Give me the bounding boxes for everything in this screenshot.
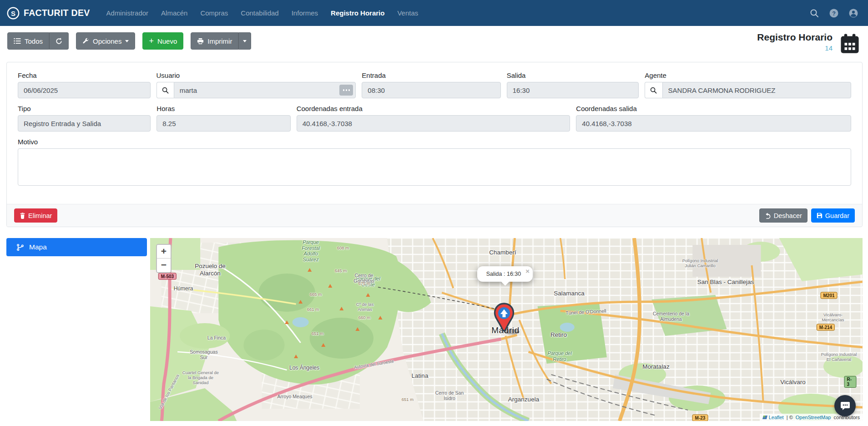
- popup-text: Salida : 16:30: [486, 271, 521, 277]
- leaflet-link[interactable]: Leaflet: [769, 415, 784, 420]
- usuario-input[interactable]: [174, 82, 356, 98]
- user-icon[interactable]: [848, 8, 858, 18]
- imprimir-button-group: Imprimir: [191, 32, 251, 50]
- undo-icon: [765, 213, 771, 219]
- coordenadas-entrada-input[interactable]: [297, 115, 570, 132]
- nav-item[interactable]: Contabilidad: [234, 0, 285, 26]
- nav-item[interactable]: Administrador: [100, 0, 155, 26]
- usuario-lookup-button[interactable]: [339, 85, 353, 96]
- navbar-right: ?: [809, 8, 858, 18]
- wrench-icon: [82, 38, 89, 45]
- imprimir-button[interactable]: Imprimir: [191, 32, 238, 50]
- chevron-down-icon: [125, 40, 129, 42]
- nuevo-label: Nuevo: [157, 37, 177, 45]
- entrada-label: Entrada: [362, 71, 500, 79]
- plus-icon: +: [149, 37, 154, 45]
- agente-input[interactable]: [662, 82, 851, 98]
- imprimir-label: Imprimir: [207, 37, 232, 45]
- zoom-in-button[interactable]: +: [157, 245, 171, 259]
- horas-input[interactable]: [156, 115, 290, 132]
- chat-button[interactable]: [834, 395, 856, 416]
- usuario-search-icon[interactable]: [156, 82, 174, 98]
- salida-label: Salida: [507, 71, 639, 79]
- help-icon[interactable]: ?: [829, 8, 839, 18]
- field-agente: Agente: [645, 71, 851, 98]
- entrada-input[interactable]: [362, 82, 500, 98]
- popup-close-icon[interactable]: ×: [525, 268, 530, 274]
- mapa-button-label: Mapa: [29, 243, 47, 251]
- nav-item[interactable]: Registro Horario: [324, 0, 391, 26]
- map-marker[interactable]: [487, 302, 523, 338]
- coordenadas-entrada-label: Coordenadas entrada: [297, 105, 570, 112]
- registro-form-card: Fecha Usuario Entrada Salida: [6, 62, 863, 227]
- field-entrada: Entrada: [362, 71, 500, 98]
- usuario-label: Usuario: [156, 71, 356, 79]
- agente-search-icon[interactable]: [645, 82, 662, 98]
- opciones-button[interactable]: Opciones: [76, 32, 135, 50]
- opciones-label: Opciones: [93, 37, 121, 45]
- imprimir-dropdown-button[interactable]: [238, 32, 251, 50]
- leaflet-flag-icon: [762, 416, 767, 419]
- main-menu: AdministradorAlmacénComprasContabilidadI…: [100, 0, 425, 26]
- chat-icon: [840, 401, 851, 411]
- record-count: 14: [757, 44, 833, 52]
- field-usuario: Usuario: [156, 71, 356, 98]
- page-header: Registro Horario 14: [757, 31, 833, 52]
- calendar-icon: [839, 33, 861, 54]
- field-tipo: Tipo: [18, 105, 151, 132]
- coordenadas-salida-input[interactable]: [576, 115, 851, 132]
- fecha-input[interactable]: [18, 82, 151, 98]
- coordenadas-salida-label: Coordenadas salida: [576, 105, 851, 112]
- search-icon[interactable]: [809, 8, 819, 18]
- todos-button[interactable]: Todos: [7, 32, 49, 50]
- guardar-label: Guardar: [825, 212, 849, 219]
- list-icon: [14, 38, 21, 44]
- refresh-button[interactable]: [49, 32, 69, 50]
- branch-icon: [16, 243, 24, 251]
- horas-label: Horas: [156, 105, 290, 112]
- nuevo-button[interactable]: + Nuevo: [142, 32, 183, 50]
- deshacer-button[interactable]: Deshacer: [759, 208, 807, 223]
- brand[interactable]: S FACTURIT DEV: [6, 6, 90, 20]
- page-title: Registro Horario: [757, 31, 833, 43]
- motivo-textarea[interactable]: [18, 148, 851, 186]
- map-section: Mapa: [6, 238, 863, 421]
- field-motivo: Motivo: [18, 138, 851, 188]
- motivo-label: Motivo: [18, 138, 851, 146]
- chevron-down-icon: [243, 40, 247, 42]
- brand-title: FACTURIT DEV: [24, 8, 90, 18]
- nav-item[interactable]: Ventas: [391, 0, 424, 26]
- map[interactable]: ChamberíPozuelo de AlarcónHúmeraLa Finca…: [150, 238, 863, 421]
- field-coordenadas-salida: Coordenadas salida: [576, 105, 851, 132]
- form-actions: Eliminar Deshacer Guardar: [7, 204, 862, 227]
- facturit-logo-icon: S: [6, 6, 20, 20]
- field-fecha: Fecha: [18, 71, 151, 98]
- field-coordenadas-entrada: Coordenadas entrada: [297, 105, 570, 132]
- agente-label: Agente: [645, 71, 851, 79]
- field-horas: Horas: [156, 105, 290, 132]
- map-popup: Salida : 16:30 ×: [477, 266, 533, 284]
- save-icon: [817, 213, 823, 218]
- guardar-button[interactable]: Guardar: [811, 208, 855, 223]
- fecha-label: Fecha: [18, 71, 151, 79]
- nav-item[interactable]: Almacén: [155, 0, 194, 26]
- osm-link[interactable]: OpenStreetMap: [796, 415, 831, 420]
- eliminar-button[interactable]: Eliminar: [14, 208, 57, 223]
- toolbar: Todos Opciones + Nuevo Imprimir Registro: [0, 26, 868, 50]
- eliminar-label: Eliminar: [28, 212, 52, 219]
- attribution-separator: | ©: [785, 415, 794, 420]
- zoom-out-button[interactable]: −: [157, 259, 171, 272]
- todos-label: Todos: [25, 37, 43, 45]
- tipo-label: Tipo: [18, 105, 151, 112]
- nav-item[interactable]: Informes: [285, 0, 324, 26]
- svg-text:S: S: [11, 9, 15, 17]
- nav-item[interactable]: Compras: [194, 0, 234, 26]
- todos-button-group: Todos: [7, 32, 69, 50]
- tipo-input[interactable]: [18, 115, 151, 132]
- registro-form: Fecha Usuario Entrada Salida: [7, 62, 862, 196]
- deshacer-label: Deshacer: [774, 212, 802, 219]
- salida-input[interactable]: [507, 82, 639, 98]
- trash-icon: [20, 213, 25, 219]
- mapa-button[interactable]: Mapa: [6, 238, 147, 256]
- field-salida: Salida: [507, 71, 639, 98]
